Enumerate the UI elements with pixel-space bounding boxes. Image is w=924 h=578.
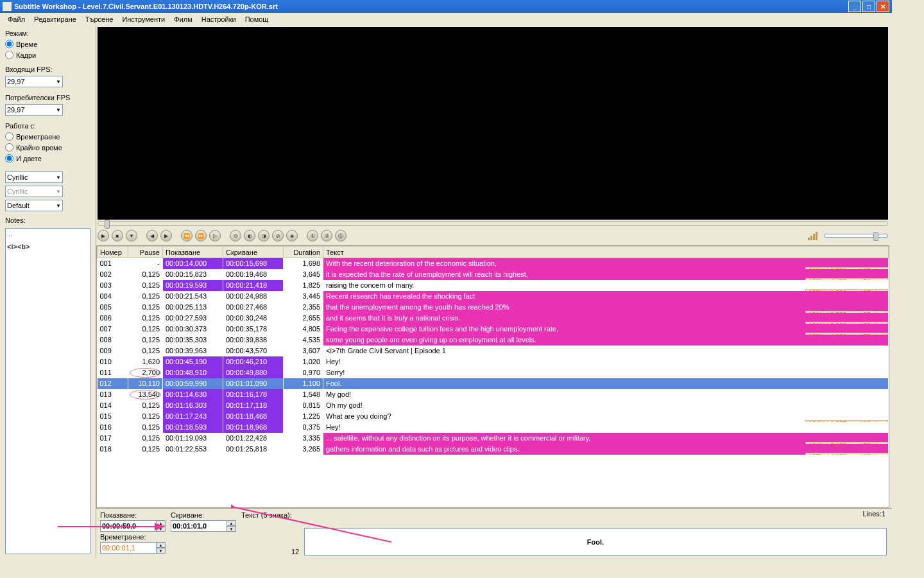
video-preview[interactable]	[98, 27, 888, 220]
seek-knob[interactable]	[105, 220, 110, 229]
table-row[interactable]: 0020,12500:00:15,82300:00:19,4683,645it …	[98, 269, 889, 280]
table-row[interactable]: 01313,54000:01:14,63000:01:16,1781,548My…	[98, 389, 889, 400]
table-row[interactable]: 0060,12500:00:27,59300:00:30,2482,655and…	[98, 313, 889, 324]
table-row[interactable]: 0030,12500:00:19,59300:00:21,4181,825rai…	[98, 280, 889, 291]
mark-in-button[interactable]: ⊖	[230, 230, 241, 241]
menu-bar: ФайлРедактиранеТърсенеИнструментиФилмНас…	[0, 13, 892, 26]
rewind-button[interactable]: ⏪	[181, 230, 193, 241]
work-label: Работа с:	[5, 122, 90, 130]
table-row[interactable]: 0180,12500:01:22,55300:01:25,8183,265gat…	[98, 444, 889, 455]
notes-label: Notes:	[5, 216, 90, 224]
btn-1[interactable]: ①	[307, 230, 318, 241]
input-fps-select[interactable]: 29,97▼	[5, 76, 63, 87]
work-end-radio[interactable]: Крайно време	[5, 143, 90, 152]
show-label: Показване:	[100, 511, 166, 519]
seek-bar[interactable]	[98, 221, 888, 226]
chevron-down-icon: ▼	[56, 79, 61, 85]
table-row[interactable]: 0040,12500:00:21,54300:00:24,9883,445Rec…	[98, 291, 889, 302]
table-row[interactable]: 0112,70000:00:48,91000:00:49,8800,970Sor…	[98, 367, 889, 378]
chevron-down-icon: ▼	[56, 107, 61, 113]
mode-label: Режим:	[5, 30, 90, 37]
mode-frames-radio[interactable]: Кадри	[5, 51, 90, 59]
char-count: 12	[291, 548, 299, 556]
table-row[interactable]: 001-00:00:14,00000:00:15,6981,698With th…	[98, 258, 889, 269]
app-icon	[3, 2, 12, 11]
menu-редактиране[interactable]: Редактиране	[30, 14, 80, 24]
menu-търсене[interactable]: Търсене	[81, 14, 117, 24]
col-hide[interactable]: Скриване	[223, 247, 284, 258]
menu-помощ[interactable]: Помощ	[241, 14, 273, 24]
table-row[interactable]: 0090,12500:00:39,96300:00:43,5703,607<i>…	[98, 346, 889, 356]
encoding-2-select[interactable]: Cyrillic▼	[5, 186, 63, 197]
down-button[interactable]: ▼	[126, 230, 137, 241]
notes-pane[interactable]: ... <i><b>	[5, 228, 90, 554]
user-fps-label: Потребителски FPS	[5, 94, 90, 101]
forward-button[interactable]: ⏩	[195, 230, 207, 241]
volume-knob[interactable]	[873, 232, 878, 241]
col-number[interactable]: Номер	[98, 247, 128, 258]
minimize-button[interactable]: _	[848, 1, 861, 12]
player-controls: ▶ ■ ▼ ◀ ▶ ⏪ ⏩ ▷ ⊖ ◐ ◑ ⊘ ◈ ① ② Ⓢ	[96, 226, 892, 245]
sidebar: Режим: Време Кадри Входящи FPS: 29,97▼ П…	[0, 26, 96, 558]
text-label: Текст (5 знака):	[241, 511, 888, 519]
table-row[interactable]: 0140,12500:01:16,30300:01:17,1180,815Oh …	[98, 400, 889, 411]
table-row[interactable]: 0150,12500:01:17,24300:01:18,4681,225Wha…	[98, 411, 889, 422]
menu-филм[interactable]: Филм	[170, 14, 196, 24]
spin-up-icon[interactable]: ▲	[156, 520, 166, 526]
volume-icon	[808, 232, 817, 240]
prev-button[interactable]: ◀	[146, 230, 158, 241]
window-title: Subtitle Workshop - Level.7.Civil.Servan…	[14, 3, 848, 10]
subtitle-grid[interactable]: Номер Pause Показване Скриване Duration …	[96, 245, 889, 508]
lines-label: Lines:1	[863, 510, 886, 518]
show-input[interactable]: 00:00:59,9	[100, 520, 157, 532]
work-both-radio[interactable]: И двете	[5, 154, 90, 162]
btn-2[interactable]: ②	[321, 230, 332, 241]
bottom-panel: Показване: 00:00:59,9▲▼ Времетраене: 00:…	[96, 508, 892, 558]
col-duration[interactable]: Duration	[284, 247, 323, 258]
text-input[interactable]: Fool.	[304, 528, 887, 556]
mode-time-radio[interactable]: Време	[5, 40, 90, 48]
menu-инструменти[interactable]: Инструменти	[118, 14, 169, 24]
user-fps-select[interactable]: 29,97▼	[5, 104, 63, 116]
menu-файл[interactable]: Файл	[4, 14, 29, 24]
col-pause[interactable]: Pause	[128, 247, 163, 258]
spin-down-icon[interactable]: ▼	[156, 526, 166, 532]
next-button[interactable]: ▶	[160, 230, 172, 241]
stop-button[interactable]: ■	[112, 230, 123, 241]
table-row[interactable]: 0070,12500:00:30,37300:00:35,1784,805Fac…	[98, 324, 889, 335]
table-row[interactable]: 0170,12500:01:19,09300:01:22,4283,335...…	[98, 433, 889, 444]
status-badge: 127% | 4,133 sec / 48 char	[805, 453, 888, 455]
col-text[interactable]: Текст	[323, 247, 889, 258]
encoding-3-select[interactable]: Default▼	[5, 200, 63, 211]
maximize-button[interactable]: □	[862, 1, 875, 12]
duration-input[interactable]: 00:00:01,1	[100, 542, 157, 554]
table-row[interactable]: 01210,11000:00:59,99000:01:01,0901,100Fo…	[98, 378, 889, 389]
table-row[interactable]: 0101,62000:00:45,19000:00:46,2101,020Hey…	[98, 356, 889, 367]
title-bar: Subtitle Workshop - Level.7.Civil.Servan…	[0, 0, 892, 13]
hide-label: Скриване:	[171, 511, 236, 519]
play-button[interactable]: ▶	[98, 230, 109, 241]
menu-настройки[interactable]: Настройки	[198, 14, 240, 24]
step-button[interactable]: ▷	[209, 230, 221, 241]
hide-input[interactable]: 00:01:01,0	[171, 520, 227, 532]
mark-a-button[interactable]: ◐	[244, 230, 255, 241]
mark-out-button[interactable]: ⊘	[272, 230, 284, 241]
close-button[interactable]: ✕	[877, 1, 889, 12]
encoding-1-select[interactable]: Cyrillic▼	[5, 171, 63, 183]
input-fps-label: Входящи FPS:	[5, 66, 90, 73]
table-row[interactable]: 0050,12500:00:25,11300:00:27,4682,355tha…	[98, 302, 889, 313]
table-row[interactable]: 0160,12500:01:18,59300:01:18,9680,375Hey…	[98, 422, 889, 433]
sync-button[interactable]: ◈	[286, 230, 298, 241]
mark-b-button[interactable]: ◑	[258, 230, 270, 241]
work-duration-radio[interactable]: Времетраене	[5, 132, 90, 141]
col-show[interactable]: Показване	[163, 247, 223, 258]
volume-slider[interactable]	[824, 234, 888, 238]
duration-label: Времетраене:	[100, 533, 166, 541]
table-row[interactable]: 0080,12500:00:35,30300:00:39,8384,535som…	[98, 335, 889, 346]
btn-s[interactable]: Ⓢ	[335, 230, 346, 241]
